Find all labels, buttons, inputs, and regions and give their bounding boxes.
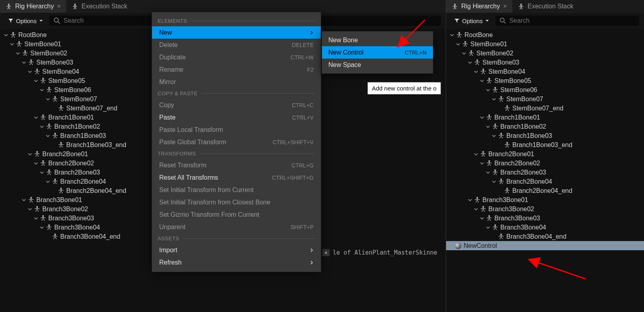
tree-item[interactable]: Branch2Bone01 xyxy=(449,149,641,159)
tree-item-label: Branch3Bone04 xyxy=(500,224,546,231)
expand-arrow-icon[interactable] xyxy=(479,78,485,84)
menu-section-assets: ASSETS xyxy=(152,233,321,244)
expand-arrow-icon[interactable] xyxy=(449,32,455,38)
menu-item-paste[interactable]: PasteCTRL+V xyxy=(152,111,321,124)
menu-item-set-initial-current[interactable]: Set Initial Transform from Current xyxy=(152,184,321,196)
expand-arrow-icon[interactable] xyxy=(467,197,473,203)
tree-item[interactable]: StemBone03 xyxy=(449,58,641,67)
expand-arrow-icon[interactable] xyxy=(491,96,497,102)
tree-item-label: StemBone05 xyxy=(48,77,85,84)
menu-item-reset-transform[interactable]: Reset TransformCTRL+G xyxy=(152,159,321,171)
search-box[interactable] xyxy=(496,16,639,26)
expand-arrow-icon[interactable] xyxy=(27,206,33,212)
tree-item[interactable]: StemBone07 xyxy=(449,94,641,104)
options-button[interactable]: Options xyxy=(451,16,492,26)
expand-arrow-icon[interactable] xyxy=(485,87,491,93)
expand-arrow-icon[interactable] xyxy=(479,115,485,120)
menu-item-delete[interactable]: DeleteDELETE xyxy=(152,39,321,51)
menu-item-set-initial-closest[interactable]: Set Initial Transform from Closest Bone xyxy=(152,196,321,208)
menu-item-mirror[interactable]: Mirror xyxy=(152,76,321,88)
tree-item[interactable]: RootBone xyxy=(449,30,641,39)
expand-arrow-icon[interactable] xyxy=(33,216,39,221)
close-icon[interactable]: × xyxy=(322,249,330,256)
expand-arrow-icon[interactable] xyxy=(45,133,51,139)
tree-item[interactable]: Branch3Bone04_end xyxy=(449,232,641,241)
tree-item[interactable]: Branch1Bone01 xyxy=(449,113,641,122)
tab-execution-stack[interactable]: Execution Stack xyxy=(66,0,133,13)
tree-item[interactable]: Branch1Bone03_end xyxy=(449,140,641,149)
tree-item[interactable]: Branch1Bone03 xyxy=(449,131,641,140)
expand-arrow-icon[interactable] xyxy=(33,78,39,84)
tree-item[interactable]: Branch3Bone03 xyxy=(449,214,641,223)
expand-arrow-icon[interactable] xyxy=(485,124,491,130)
bone-icon xyxy=(22,50,29,57)
menu-item-unparent[interactable]: UnparentSHIFT+P xyxy=(152,221,321,233)
context-menu: ELEMENTS New DeleteDELETE DuplicateCTRL+… xyxy=(152,12,321,272)
menu-item-refresh[interactable]: Refresh xyxy=(152,256,321,269)
tree-item[interactable]: Branch3Bone01 xyxy=(449,195,641,204)
expand-arrow-icon[interactable] xyxy=(33,161,39,166)
menu-item-paste-global[interactable]: Paste Global TransformCTRL+SHIFT+V xyxy=(152,136,321,148)
expand-arrow-icon[interactable] xyxy=(39,225,45,230)
tree-item[interactable]: Branch2Bone02 xyxy=(449,159,641,168)
tree-item[interactable]: Branch3Bone04 xyxy=(449,223,641,232)
tree-item[interactable]: StemBone02 xyxy=(449,49,641,58)
menu-item-new[interactable]: New xyxy=(152,26,321,39)
search-input[interactable] xyxy=(509,17,635,24)
menu-item-set-gizmo[interactable]: Set Gizmo Transform From Current xyxy=(152,208,321,221)
options-button[interactable]: Options xyxy=(5,16,46,26)
menu-item-paste-local[interactable]: Paste Local Transform xyxy=(152,124,321,136)
tree-item[interactable]: StemBone05 xyxy=(449,76,641,85)
tree-item[interactable]: StemBone01 xyxy=(449,39,641,49)
menu-item-reset-all[interactable]: Reset All TransformsCTRL+SHIFT+G xyxy=(152,171,321,184)
expand-arrow-icon[interactable] xyxy=(491,133,497,139)
bone-icon xyxy=(492,169,499,176)
expand-arrow-icon[interactable] xyxy=(27,69,33,75)
expand-arrow-icon[interactable] xyxy=(461,51,467,56)
expand-arrow-icon[interactable] xyxy=(473,151,479,157)
expand-arrow-icon[interactable] xyxy=(485,170,491,175)
tree-item[interactable]: StemBone06 xyxy=(449,85,641,94)
expand-arrow-icon[interactable] xyxy=(45,96,51,102)
bone-icon xyxy=(45,123,53,130)
close-icon[interactable]: × xyxy=(503,3,507,10)
expand-arrow-icon[interactable] xyxy=(3,32,9,38)
tree-item[interactable]: Branch3Bone02 xyxy=(449,204,641,214)
menu-item-copy[interactable]: CopyCTRL+C xyxy=(152,99,321,111)
expand-arrow-icon[interactable] xyxy=(21,197,27,203)
expand-arrow-icon[interactable] xyxy=(21,60,27,65)
menu-item-rename[interactable]: RenameF2 xyxy=(152,63,321,76)
tree-item[interactable]: StemBone07_end xyxy=(449,104,641,113)
expand-arrow-icon[interactable] xyxy=(45,179,51,184)
tree-item-new-control[interactable]: NewControl xyxy=(446,241,644,250)
expand-arrow-icon[interactable] xyxy=(479,161,485,166)
tab-rig-hierarchy[interactable]: Rig Hierarchy × xyxy=(446,0,512,13)
submenu-item-new-control[interactable]: New ControlCTRL+N xyxy=(322,46,433,59)
submenu-item-new-space[interactable]: New Space xyxy=(322,59,433,71)
expand-arrow-icon[interactable] xyxy=(27,151,33,157)
tree-item[interactable]: Branch2Bone04_end xyxy=(449,186,641,195)
tree-item[interactable]: Branch2Bone03 xyxy=(449,168,641,177)
expand-arrow-icon[interactable] xyxy=(15,51,21,56)
submenu-item-new-bone[interactable]: New Bone xyxy=(322,34,433,46)
tree-item[interactable]: Branch1Bone02 xyxy=(449,122,641,131)
tab-rig-hierarchy[interactable]: Rig Hierarchy × xyxy=(0,0,66,13)
menu-item-import[interactable]: Import xyxy=(152,244,321,256)
expand-arrow-icon[interactable] xyxy=(473,69,479,75)
expand-arrow-icon[interactable] xyxy=(39,170,45,175)
expand-arrow-icon[interactable] xyxy=(473,206,479,212)
expand-arrow-icon[interactable] xyxy=(479,216,485,221)
expand-arrow-icon[interactable] xyxy=(455,41,461,47)
close-icon[interactable]: × xyxy=(57,3,61,10)
expand-arrow-icon[interactable] xyxy=(39,124,45,130)
tree-item[interactable]: Branch2Bone04 xyxy=(449,177,641,186)
expand-arrow-icon[interactable] xyxy=(485,225,491,230)
menu-item-duplicate[interactable]: DuplicateCTRL+W xyxy=(152,51,321,63)
tab-execution-stack[interactable]: Execution Stack xyxy=(512,0,579,13)
expand-arrow-icon[interactable] xyxy=(33,115,39,120)
expand-arrow-icon[interactable] xyxy=(9,41,15,47)
expand-arrow-icon[interactable] xyxy=(491,179,497,184)
expand-arrow-icon[interactable] xyxy=(467,60,473,65)
tree-item[interactable]: StemBone04 xyxy=(449,67,641,76)
expand-arrow-icon[interactable] xyxy=(39,87,45,93)
